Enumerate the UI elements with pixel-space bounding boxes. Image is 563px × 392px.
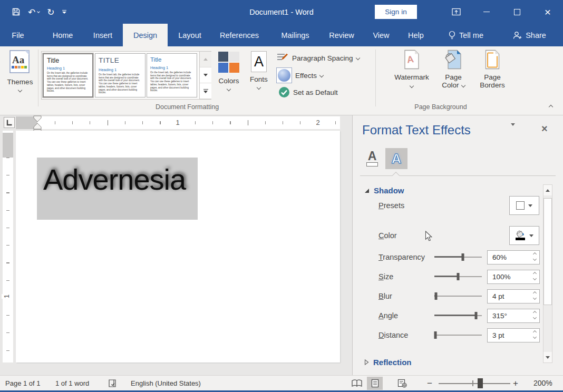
reflection-section-header[interactable]: Reflection: [364, 358, 412, 367]
tab-insert[interactable]: Insert: [85, 24, 120, 46]
proofing-status-button[interactable]: [108, 376, 117, 390]
gallery-more-icon: [203, 91, 208, 93]
share-button[interactable]: Share: [506, 24, 552, 46]
web-layout-button[interactable]: [394, 377, 410, 390]
document-text[interactable]: Advernesia: [43, 162, 186, 197]
slider-thumb[interactable]: [475, 312, 478, 319]
spin-down-icon[interactable]: [533, 335, 537, 339]
tab-file[interactable]: File: [5, 24, 31, 46]
slider-thumb[interactable]: [434, 292, 437, 300]
maximize-button[interactable]: [502, 0, 532, 24]
gallery-scroll-up-button[interactable]: [200, 52, 211, 67]
document-page[interactable]: Advernesia: [16, 131, 340, 362]
spin-down-icon[interactable]: [533, 296, 537, 300]
tab-mailings[interactable]: Mailings: [272, 24, 318, 46]
zoom-slider-track[interactable]: [439, 383, 510, 384]
language-status[interactable]: English (United States): [131, 376, 201, 390]
tab-view[interactable]: View: [365, 24, 397, 46]
page-borders-button[interactable]: Page Borders: [472, 50, 512, 102]
shadow-presets-dropdown[interactable]: [509, 196, 539, 215]
sign-in-button[interactable]: Sign in: [375, 5, 417, 19]
colors-button[interactable]: Colors: [215, 50, 242, 102]
slider-thumb[interactable]: [434, 331, 436, 339]
gallery-more-button[interactable]: [200, 83, 211, 99]
spin-down-icon[interactable]: [533, 277, 537, 280]
quick-access-toolbar: ↶ ↻: [12, 0, 66, 24]
text-fill-outline-tab[interactable]: A: [361, 148, 383, 169]
scrollbar-up-button[interactable]: [543, 185, 552, 195]
size-slider[interactable]: [434, 273, 482, 280]
fonts-button[interactable]: A Fonts: [246, 50, 272, 102]
print-layout-button[interactable]: [367, 377, 383, 390]
pane-scrollbar[interactable]: [543, 184, 552, 363]
spin-up-icon[interactable]: [533, 291, 537, 295]
slider-thumb[interactable]: [457, 273, 460, 280]
ribbon-display-options-icon: [452, 8, 461, 16]
spin-up-icon[interactable]: [533, 330, 537, 334]
distance-slider[interactable]: [434, 331, 482, 339]
scrollbar-thumb[interactable]: [543, 198, 552, 305]
ruler-number-1: 1: [2, 294, 12, 299]
tab-review[interactable]: Review: [322, 24, 361, 46]
horizontal-ruler[interactable]: 1 2: [16, 116, 340, 129]
set-as-default-button[interactable]: Set as Default: [278, 86, 338, 98]
ribbon-group-separator: [375, 50, 376, 106]
slider-thumb[interactable]: [462, 253, 464, 261]
save-button[interactable]: [12, 7, 21, 16]
page-indicator[interactable]: Page 1 of 1: [5, 376, 41, 390]
paragraph-spacing-button[interactable]: Paragraph Spacing: [276, 52, 360, 64]
tab-tell-me[interactable]: Tell me: [439, 24, 493, 46]
gallery-scroll-down-button[interactable]: [200, 67, 211, 83]
size-spinbox[interactable]: 100%: [487, 270, 540, 284]
pane-close-button[interactable]: ×: [541, 123, 548, 135]
shadow-section-header[interactable]: Shadow: [364, 186, 404, 195]
spin-down-icon[interactable]: [533, 257, 537, 261]
customize-quick-access-button[interactable]: [62, 10, 66, 14]
angle-spinbox[interactable]: 315°: [487, 309, 540, 323]
zoom-level[interactable]: 200%: [533, 376, 552, 390]
shadow-color-dropdown[interactable]: [509, 226, 539, 245]
collapse-ribbon-button[interactable]: [549, 105, 553, 109]
spin-up-icon[interactable]: [533, 252, 537, 256]
page-color-button[interactable]: Page Color: [435, 50, 471, 102]
tab-help[interactable]: Help: [401, 24, 431, 46]
spin-down-icon[interactable]: [533, 316, 537, 319]
blur-spinbox[interactable]: 4 pt: [487, 289, 540, 303]
text-fill-outline-icon: A: [368, 151, 377, 161]
first-line-indent-marker[interactable]: [33, 115, 42, 122]
themes-button[interactable]: Aa Themes: [3, 50, 37, 102]
minimize-button[interactable]: [471, 0, 502, 24]
zoom-slider-thumb[interactable]: [478, 378, 483, 388]
zoom-out-button[interactable]: −: [427, 376, 432, 391]
tab-layout[interactable]: Layout: [172, 24, 208, 46]
close-button[interactable]: ×: [532, 0, 563, 24]
redo-button[interactable]: ↻: [47, 7, 54, 17]
ribbon-display-options-button[interactable]: [441, 0, 471, 24]
effects-button[interactable]: Effects: [276, 67, 323, 83]
pane-options-button[interactable]: [511, 126, 515, 135]
tab-home[interactable]: Home: [45, 24, 80, 46]
undo-dropdown-icon[interactable]: [37, 10, 40, 13]
tab-stop-selector[interactable]: [4, 117, 15, 128]
vertical-ruler[interactable]: 1: [3, 131, 13, 362]
spin-up-icon[interactable]: [533, 272, 537, 276]
style-set-thumbnail[interactable]: Title Heading 1 On the Insert tab, the g…: [43, 53, 93, 97]
style-set-thumbnail[interactable]: Title Heading 1 On the Insert tab, the g…: [147, 53, 197, 97]
angle-slider[interactable]: [434, 312, 482, 319]
watermark-button[interactable]: A Watermark: [390, 50, 433, 102]
blur-slider[interactable]: [434, 292, 482, 300]
undo-button[interactable]: ↶: [28, 7, 40, 17]
scrollbar-down-button[interactable]: [543, 352, 552, 362]
style-set-thumbnail[interactable]: TITLE Heading 1 On the Insert tab, the g…: [95, 53, 145, 97]
effects-icon: [276, 67, 292, 83]
read-mode-button[interactable]: [349, 377, 365, 390]
transparency-spinbox[interactable]: 60%: [487, 250, 540, 264]
distance-spinbox[interactable]: 3 pt: [487, 328, 540, 342]
tab-references[interactable]: References: [214, 24, 265, 46]
zoom-in-button[interactable]: +: [513, 376, 518, 391]
word-count[interactable]: 1 of 1 word: [55, 376, 89, 390]
text-effects-tab[interactable]: A: [385, 148, 407, 169]
transparency-slider[interactable]: [434, 253, 482, 261]
spin-up-icon[interactable]: [533, 311, 537, 315]
tab-design[interactable]: Design: [123, 24, 168, 46]
